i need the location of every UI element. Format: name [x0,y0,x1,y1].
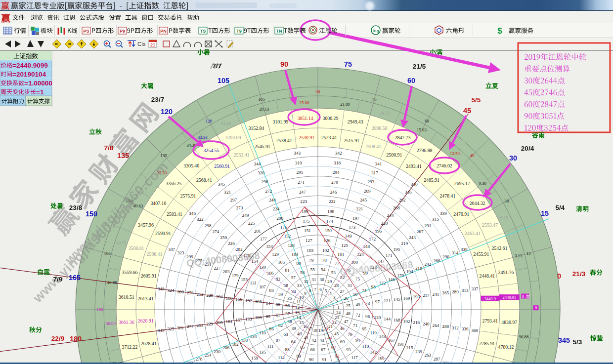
svg-text:=1.00000: =1.00000 [24,80,52,87]
svg-text:PS: PS [83,29,89,34]
svg-text:PN: PN [160,29,167,34]
svg-text:21: 21 [150,42,155,47]
svg-text:TS: TS [200,29,206,34]
svg-text:TN: TN [276,29,282,34]
svg-text:P9: P9 [120,29,125,34]
svg-text:Cls: Cls [137,41,146,47]
svg-text:Big: Big [373,29,379,33]
svg-text:T9: T9 [236,29,242,34]
svg-text:=2440.9099: =2440.9099 [12,62,48,69]
svg-text:=1: =1 [36,88,44,96]
svg-text:=20190104: =20190104 [12,71,46,78]
svg-text:$: $ [497,26,502,36]
